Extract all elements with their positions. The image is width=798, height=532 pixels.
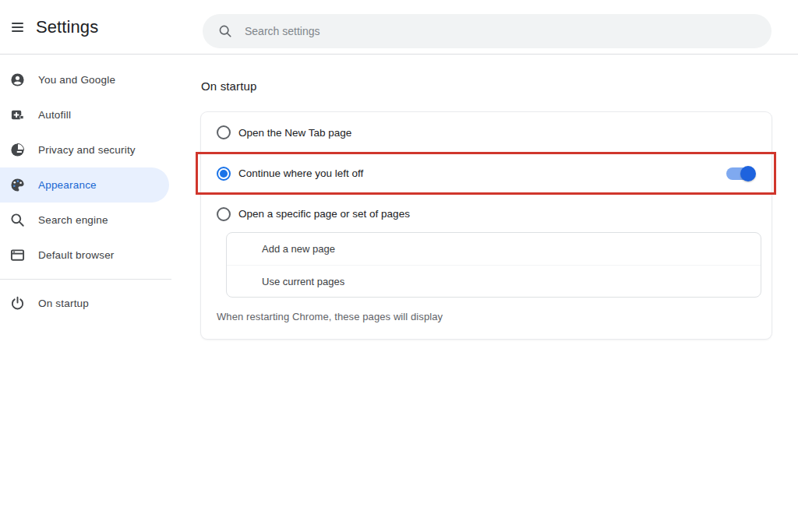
autofill-icon xyxy=(10,107,25,122)
sidebar-item-autofill[interactable]: Autofill xyxy=(0,97,171,132)
sidebar-item-label: Autofill xyxy=(38,109,71,121)
sidebar-item-label: On startup xyxy=(38,298,89,309)
continue-toggle[interactable] xyxy=(726,167,756,181)
browser-window-icon xyxy=(10,248,25,262)
palette-icon xyxy=(10,178,25,192)
page-title: Settings xyxy=(36,17,98,37)
menu-button[interactable] xyxy=(2,12,33,43)
sidebar-item-label: Appearance xyxy=(38,179,97,191)
hamburger-icon xyxy=(12,23,23,32)
radio-open-new-tab-page[interactable] xyxy=(217,125,231,139)
search-icon xyxy=(218,24,232,38)
sidebar-item-appearance[interactable]: Appearance xyxy=(0,167,169,203)
magnifier-icon xyxy=(10,213,25,227)
search-input[interactable] xyxy=(245,25,759,37)
use-current-pages-button[interactable]: Use current pages xyxy=(227,265,761,297)
radio-continue-where-left-off[interactable] xyxy=(217,167,231,181)
main-content: On startup Open the New Tab page Continu… xyxy=(171,55,798,531)
option-open-new-tab-page[interactable]: Open the New Tab page xyxy=(201,112,772,153)
sidebar-item-label: Default browser xyxy=(38,249,115,261)
sidebar-divider xyxy=(0,279,171,280)
sidebar-item-privacy-and-security[interactable]: Privacy and security xyxy=(0,132,171,167)
sidebar-item-default-browser[interactable]: Default browser xyxy=(0,238,171,273)
option-label: Open a specific page or set of pages xyxy=(238,208,410,220)
header: Settings xyxy=(0,0,798,55)
option-open-specific-pages[interactable]: Open a specific page or set of pages xyxy=(201,193,772,234)
option-label: Open the New Tab page xyxy=(238,127,351,139)
option-continue-where-left-off[interactable]: Continue where you left off xyxy=(201,153,772,193)
sidebar-item-you-and-google[interactable]: You and Google xyxy=(0,62,171,97)
account-circle-icon xyxy=(10,72,25,87)
toggle-thumb xyxy=(740,166,756,181)
sidebar-item-search-engine[interactable]: Search engine xyxy=(0,203,171,238)
on-startup-card: Open the New Tab page Continue where you… xyxy=(201,112,772,339)
search-bar[interactable] xyxy=(203,14,772,48)
specific-pages-subsection: Add a new page Use current pages xyxy=(201,232,772,298)
specific-pages-subcard: Add a new page Use current pages xyxy=(226,232,761,298)
sidebar: You and Google Autofill P xyxy=(0,55,171,531)
add-new-page-button[interactable]: Add a new page xyxy=(227,233,761,265)
privacy-icon xyxy=(10,143,25,157)
sidebar-item-label: Search engine xyxy=(38,214,108,226)
section-title: On startup xyxy=(201,79,798,93)
sidebar-item-on-startup[interactable]: On startup xyxy=(0,286,171,321)
radio-open-specific-pages[interactable] xyxy=(217,207,231,221)
option-label: Continue where you left off xyxy=(238,167,363,179)
power-icon xyxy=(10,296,25,311)
sidebar-item-label: Privacy and security xyxy=(38,144,136,156)
restart-caption: When restarting Chrome, these pages will… xyxy=(201,298,772,339)
sidebar-item-label: You and Google xyxy=(38,74,115,86)
